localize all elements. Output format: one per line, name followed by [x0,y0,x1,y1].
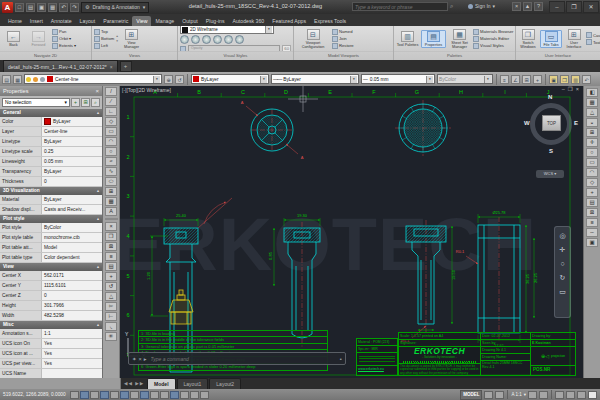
annotation-scale[interactable]: A 1:1 [511,392,521,397]
viewport-controls-label[interactable]: [-][Top][2D Wireframe] [122,87,171,93]
red-leaders[interactable] [198,198,478,338]
dyn-toggle[interactable] [160,391,169,399]
selection-dropdown[interactable]: No selection▾ [2,98,70,107]
rotate-gizmo-icon[interactable]: ○ [586,148,598,157]
style-sphere-icon[interactable] [213,35,222,44]
flatshot-icon[interactable]: ⊠ [586,208,598,217]
mirror-icon[interactable]: ⊠ [105,242,117,251]
search-icon[interactable]: ⌕ [450,3,453,10]
file-tabs-button[interactable]: ▭File Tabs [540,30,562,48]
chevron-down-icon[interactable]: ▾ [524,392,526,397]
live-section-icon[interactable]: ◇ [586,178,598,187]
explode-icon[interactable]: ✳ [105,332,117,341]
close-tab-icon[interactable]: × [110,62,113,72]
file-tab[interactable]: detail_huls-25-mm_1...Rev-4.1_02-07-2012… [3,60,118,72]
layout1-tab[interactable]: Layout1 [177,378,209,389]
list-icon[interactable]: ≡ [500,75,509,84]
vp-restore-icon[interactable]: ❐ [568,86,573,92]
save-icon[interactable]: ▣ [37,3,46,12]
move-gizmo-icon[interactable]: ✛ [586,138,598,147]
tool-palettes-button[interactable]: ▥Tool Palettes [396,31,419,47]
search-input[interactable] [352,2,448,11]
tab-insert[interactable]: Insert [26,16,47,26]
scale-icon[interactable]: △ [105,292,117,301]
view-top-button[interactable]: Top [94,29,114,35]
style-sphere-icon[interactable] [235,35,244,44]
dimension-lines[interactable] [150,214,534,343]
viewport-configuration-button[interactable]: ⊟Viewport Configuration [296,29,330,49]
vp-close-icon[interactable]: × [576,86,579,92]
infer-constraints-toggle[interactable] [70,391,79,399]
lwt-toggle[interactable] [170,391,179,399]
array-icon[interactable]: ▤ [105,262,117,271]
spline-icon[interactable]: ∿ [105,167,117,176]
join-viewports-button[interactable]: Join [332,36,354,42]
layer-select[interactable]: Center-line ▾ [24,74,162,84]
lineweight-select[interactable]: —0.05 mm▾ [361,74,435,84]
id-point-icon[interactable]: + [533,75,542,84]
extend-icon[interactable]: ⊢ [105,312,117,321]
revision-cloud-icon[interactable]: ≈ [105,157,117,166]
ortho-toggle[interactable] [100,391,109,399]
maximize-button[interactable]: ❐ [566,1,582,13]
3dosnap-toggle[interactable] [130,391,139,399]
osnap-toggle[interactable] [120,391,129,399]
command-input[interactable] [149,355,338,363]
face-edit-icon[interactable]: △ [586,108,598,117]
panel-label[interactable]: Navigate 2D [0,51,91,60]
add-jog-icon[interactable]: + [586,188,598,197]
showmotion-icon[interactable]: ▭ [557,287,568,297]
command-line[interactable]: ✦ × ▸ ▪ [128,352,346,365]
workspace-switching-icon[interactable] [555,391,564,399]
offset-edge-icon[interactable]: ∼ [586,228,598,237]
model-tab[interactable]: Model [147,378,175,389]
recent-commands-icon[interactable]: × [139,356,142,362]
layer-properties-icon[interactable]: ▤ [2,75,11,84]
extrude-face-icon[interactable]: ⊞ [586,128,598,137]
tab-layout[interactable]: Layout [76,16,100,26]
panel-label[interactable]: Palettes [394,51,515,60]
previous-layer-icon[interactable]: ↺ [175,75,184,84]
panel-label[interactable]: Model Viewports [294,51,393,60]
tab-view[interactable]: View [132,16,151,26]
forward-button[interactable]: →Forward [27,31,50,47]
section-misc[interactable]: Misc▴ [0,321,102,329]
move-icon[interactable]: + [105,272,117,281]
ducs-toggle[interactable] [150,391,159,399]
layer-states-icon[interactable]: ▦ [13,75,22,84]
select-objects-icon[interactable]: ⊞ [81,98,90,107]
tab-autodesk360[interactable]: Autodesk 360 [229,16,269,26]
polygon-icon[interactable]: ◇ [105,117,117,126]
fillet-icon[interactable]: ◟ [105,322,117,331]
model-paper-toggle[interactable]: MODEL [460,390,482,400]
viewcube-west[interactable]: W [524,120,530,126]
visual-style-select[interactable]: 2D Wireframe▾ [180,26,274,34]
offset-icon[interactable]: ≡ [105,252,117,261]
smooth-object-icon[interactable]: ◧ [586,88,598,97]
undo-icon[interactable]: ↶ [59,3,68,12]
close-icon[interactable]: × [95,86,99,96]
copy-icon[interactable]: ❐ [560,75,569,84]
zoom-icon[interactable]: ○ [557,259,568,269]
orbit-button[interactable]: Orbit▾ [52,36,76,42]
qp-toggle[interactable] [190,391,199,399]
polyline-icon[interactable]: ∟ [105,107,117,116]
centerlines[interactable] [251,100,499,348]
quick-view-layouts-icon[interactable] [484,391,493,399]
toolbars-button[interactable]: Toolbars [586,39,600,45]
valve-insert-yellow[interactable] [169,290,193,324]
materials-editor-button[interactable]: Materials Editor [473,36,514,42]
rectangle-icon[interactable]: ▭ [105,127,117,136]
minimize-button[interactable]: – [549,1,565,13]
generate-section-icon[interactable]: ▤ [586,198,598,207]
style-sphere-icon[interactable] [202,35,211,44]
app-status-icon[interactable] [577,391,586,399]
wcs-dropdown[interactable]: WCS ▾ [536,170,564,178]
sc-toggle[interactable] [200,391,209,399]
sheet-set-manager-button[interactable]: ▦Sheet Set Manager [448,29,471,49]
make-current-icon[interactable]: ⊕ [164,75,173,84]
new-tab-button[interactable]: + [120,61,132,72]
scale-gizmo-icon[interactable]: ▭ [586,158,598,167]
split-face-icon[interactable]: ◒ [586,118,598,127]
polar-toggle[interactable] [110,391,119,399]
